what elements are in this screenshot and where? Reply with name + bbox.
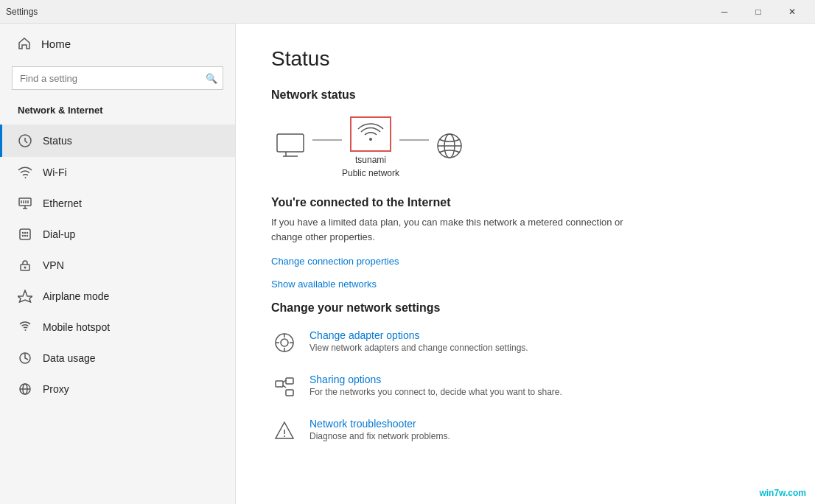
net-node-wifi: tsunami Public network xyxy=(342,116,399,178)
svg-point-28 xyxy=(284,435,285,437)
home-icon xyxy=(18,37,31,50)
svg-point-1 xyxy=(25,177,27,178)
adapter-desc: View network adapters and change connect… xyxy=(309,343,528,353)
troubleshoot-text: Network troubleshooter Diagnose and fix … xyxy=(309,418,450,441)
svg-point-12 xyxy=(25,329,27,331)
window-title: Settings xyxy=(6,7,38,17)
sidebar-item-ethernet[interactable]: Ethernet xyxy=(0,188,235,219)
window-controls: ─ □ ✕ xyxy=(707,0,809,24)
globe-icon xyxy=(429,128,470,164)
settings-item-adapter[interactable]: Change adapter options View network adap… xyxy=(271,329,780,356)
sharing-icon xyxy=(271,374,298,400)
sharing-text: Sharing options For the networks you con… xyxy=(309,374,562,397)
sidebar-item-wifi-label: Wi-Fi xyxy=(43,167,67,178)
proxy-icon xyxy=(18,382,32,396)
status-icon xyxy=(18,133,32,148)
svg-point-9 xyxy=(27,235,28,237)
main-content: Status Network status xyxy=(236,24,815,504)
adapter-title[interactable]: Change adapter options xyxy=(309,329,528,341)
app-body: Home 🔍 Network & Internet Status xyxy=(0,24,815,504)
net-node-computer xyxy=(271,128,312,167)
sidebar-item-status-label: Status xyxy=(43,135,72,147)
close-button[interactable]: ✕ xyxy=(775,0,809,24)
page-title: Status xyxy=(271,47,780,71)
svg-rect-25 xyxy=(286,378,293,384)
adapter-text: Change adapter options View network adap… xyxy=(309,329,528,353)
sidebar-item-hotspot-label: Mobile hotspot xyxy=(43,321,110,333)
svg-point-5 xyxy=(24,232,26,234)
troubleshoot-icon xyxy=(271,418,298,444)
svg-point-23 xyxy=(281,339,288,346)
svg-point-4 xyxy=(22,232,24,234)
wifi-active-icon xyxy=(350,116,391,152)
sidebar-item-status[interactable]: Status xyxy=(0,125,235,157)
net-node-internet xyxy=(429,128,470,167)
adapter-icon xyxy=(271,329,298,356)
ethernet-icon xyxy=(18,197,32,210)
net-line-1 xyxy=(312,139,342,141)
sidebar-item-proxy-label: Proxy xyxy=(43,383,69,395)
sidebar-item-wifi[interactable]: Wi-Fi xyxy=(0,157,235,188)
svg-point-7 xyxy=(22,235,24,237)
sharing-title[interactable]: Sharing options xyxy=(309,374,562,385)
connected-heading: You're connected to the Internet xyxy=(271,196,780,209)
sidebar: Home 🔍 Network & Internet Status xyxy=(0,24,236,504)
search-icon: 🔍 xyxy=(206,73,217,84)
sharing-desc: For the networks you connect to, decide … xyxy=(309,387,562,397)
maximize-button[interactable]: □ xyxy=(741,0,775,24)
sidebar-item-airplane[interactable]: Airplane mode xyxy=(0,281,235,312)
titlebar: Settings ─ □ ✕ xyxy=(0,0,815,24)
wifi-icon xyxy=(18,166,32,179)
network-diagram: tsunami Public network xyxy=(271,116,780,178)
svg-point-6 xyxy=(27,232,28,234)
airplane-icon xyxy=(18,290,32,303)
change-settings-title: Change your network settings xyxy=(271,301,780,315)
change-connection-button[interactable]: Change connection properties xyxy=(271,256,399,267)
settings-item-sharing[interactable]: Sharing options For the networks you con… xyxy=(271,374,780,400)
sidebar-item-home[interactable]: Home xyxy=(0,24,235,63)
show-networks-button[interactable]: Show available networks xyxy=(271,279,377,290)
watermark: win7w.com xyxy=(759,488,806,498)
sidebar-item-vpn[interactable]: VPN xyxy=(0,250,235,281)
sidebar-item-dialup[interactable]: Dial-up xyxy=(0,219,235,250)
search-input[interactable] xyxy=(12,66,223,90)
minimize-button[interactable]: ─ xyxy=(707,0,741,24)
sidebar-item-ethernet-label: Ethernet xyxy=(43,197,82,209)
network-type: Public network xyxy=(342,168,399,178)
settings-item-troubleshoot[interactable]: Network troubleshooter Diagnose and fix … xyxy=(271,418,780,444)
vpn-icon xyxy=(18,259,32,272)
sidebar-item-proxy[interactable]: Proxy xyxy=(0,374,235,405)
connected-desc: If you have a limited data plan, you can… xyxy=(271,215,654,244)
sidebar-item-datausage-label: Data usage xyxy=(43,352,96,364)
svg-rect-26 xyxy=(286,390,293,396)
datausage-icon xyxy=(18,351,32,365)
troubleshoot-desc: Diagnose and fix network problems. xyxy=(309,431,450,441)
search-box: 🔍 xyxy=(12,66,223,90)
dialup-icon xyxy=(18,228,32,241)
svg-rect-17 xyxy=(277,134,304,152)
sidebar-item-dialup-label: Dial-up xyxy=(43,228,75,240)
network-status-title: Network status xyxy=(271,88,780,102)
sidebar-section-title: Network & Internet xyxy=(0,99,235,125)
troubleshoot-title[interactable]: Network troubleshooter xyxy=(309,418,450,430)
sidebar-item-airplane-label: Airplane mode xyxy=(43,290,109,302)
hotspot-icon xyxy=(18,321,32,334)
svg-rect-3 xyxy=(20,229,30,239)
computer-icon xyxy=(271,128,312,164)
sidebar-item-hotspot[interactable]: Mobile hotspot xyxy=(0,312,235,343)
svg-point-8 xyxy=(24,235,26,237)
svg-point-11 xyxy=(24,267,27,269)
svg-point-18 xyxy=(369,138,372,141)
sidebar-item-vpn-label: VPN xyxy=(43,259,64,271)
net-line-2 xyxy=(399,139,429,141)
home-label: Home xyxy=(41,38,71,50)
network-name: tsunami xyxy=(355,155,386,165)
sidebar-item-datausage[interactable]: Data usage xyxy=(0,343,235,374)
svg-rect-24 xyxy=(276,381,283,387)
